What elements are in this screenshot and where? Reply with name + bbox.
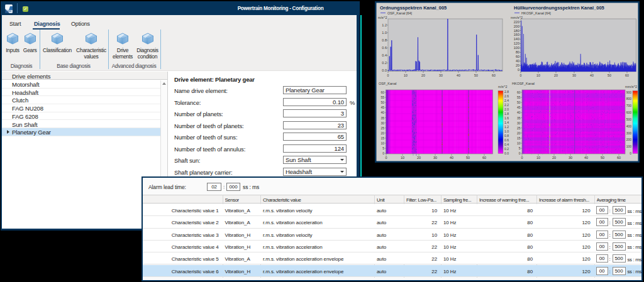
svg-text:1.2: 1.2 [504,125,509,129]
svg-text:OSF_Kanal: OSF_Kanal [379,82,396,85]
svg-text:300: 300 [626,131,632,135]
svg-text:100: 100 [626,144,632,148]
svg-text:40: 40 [590,73,594,77]
svg-text:2.6: 2.6 [504,94,509,98]
svg-text:55: 55 [517,95,521,99]
svg-text:0.6: 0.6 [504,138,509,142]
svg-text:10: 10 [517,141,521,145]
svg-text:900: 900 [626,90,632,94]
svg-text:m/s^2: m/s^2 [498,85,508,89]
svg-text:50: 50 [517,100,521,104]
svg-text:2.8: 2.8 [504,90,509,94]
svg-text:mm/s^2: mm/s^2 [625,85,637,89]
svg-text:0.8: 0.8 [504,134,509,138]
svg-text:60: 60 [625,73,629,77]
svg-text:10: 10 [401,156,404,160]
svg-text:OSF_Kanal [64]: OSF_Kanal [64] [387,11,413,15]
svg-text:80: 80 [516,50,519,54]
svg-text:20: 20 [517,131,521,135]
svg-text:5: 5 [519,146,521,150]
svg-text:0.4: 0.4 [504,143,509,146]
svg-text:45: 45 [517,106,521,109]
svg-text:0.6: 0.6 [382,46,387,50]
svg-text:2.0: 2.0 [504,107,509,111]
svg-text:0.0: 0.0 [504,151,509,155]
svg-text:50: 50 [474,73,478,77]
svg-text:0: 0 [630,151,631,155]
svg-text:20: 20 [554,73,558,77]
svg-text:200: 200 [514,24,519,28]
svg-text:30: 30 [433,156,437,160]
svg-text:30: 30 [439,73,443,77]
svg-text:2.4: 2.4 [504,99,509,102]
svg-text:60: 60 [492,73,496,77]
svg-text:0: 0 [518,68,519,72]
svg-text:60: 60 [617,156,621,160]
svg-text:20: 20 [516,63,519,67]
svg-text:60: 60 [482,156,486,160]
svg-text:40: 40 [516,59,519,63]
svg-text:0: 0 [521,156,523,160]
svg-text:2.2: 2.2 [504,103,509,107]
svg-text:1.2: 1.2 [382,23,387,27]
svg-text:Hüllkurvenordnungsspektren Kan: Hüllkurvenordnungsspektren Kanal_005 [514,5,604,11]
svg-text:100: 100 [514,46,519,50]
svg-text:10: 10 [536,156,540,160]
svg-text:700: 700 [626,104,632,107]
svg-text:HKOSF_Kanal: HKOSF_Kanal [512,82,535,85]
svg-text:140: 140 [514,37,519,41]
svg-text:220: 220 [514,20,519,24]
svg-text:40: 40 [450,156,453,160]
svg-text:1.0: 1.0 [504,129,509,133]
svg-text:160: 160 [514,33,519,36]
svg-text:25: 25 [380,126,384,130]
svg-text:600: 600 [626,111,632,114]
svg-text:50: 50 [601,156,604,160]
svg-text:50: 50 [608,73,611,77]
svg-text:0: 0 [387,73,389,77]
svg-text:15: 15 [517,136,521,140]
svg-text:0: 0 [382,151,384,155]
svg-text:55: 55 [380,95,384,99]
svg-text:500: 500 [626,117,632,121]
svg-text:30: 30 [517,121,521,125]
svg-text:40: 40 [517,111,521,114]
svg-text:25: 25 [517,126,521,130]
svg-text:400: 400 [626,124,632,128]
svg-text:Ordnungsspektren Kanal_005: Ordnungsspektren Kanal_005 [380,5,447,11]
svg-text:180: 180 [514,29,519,33]
svg-text:5: 5 [382,146,384,150]
svg-text:m/s^2: m/s^2 [378,16,387,19]
svg-text:40: 40 [380,111,384,114]
svg-text:15: 15 [380,136,384,140]
svg-text:0.4: 0.4 [382,53,387,57]
svg-text:35: 35 [380,116,384,120]
svg-text:20: 20 [380,131,384,135]
svg-text:40: 40 [457,73,460,77]
svg-text:0: 0 [385,156,387,160]
svg-text:20: 20 [552,156,556,160]
svg-text:20: 20 [417,156,421,160]
svg-text:1.6: 1.6 [504,116,509,120]
svg-text:60: 60 [517,90,521,94]
svg-text:30: 30 [572,73,576,77]
svg-text:1.8: 1.8 [504,112,509,116]
svg-text:20: 20 [421,73,425,77]
svg-text:50: 50 [380,100,384,104]
svg-text:0: 0 [519,151,521,155]
svg-text:800: 800 [626,97,632,100]
svg-text:HKOSF_Kanal [64]: HKOSF_Kanal [64] [521,11,551,15]
svg-text:60: 60 [516,55,519,58]
svg-text:30: 30 [569,156,572,160]
svg-text:10: 10 [380,141,384,145]
svg-text:10: 10 [404,73,408,77]
svg-text:60: 60 [380,90,384,94]
svg-text:50: 50 [466,156,470,160]
svg-text:0.2: 0.2 [382,61,387,65]
svg-text:35: 35 [517,116,521,120]
svg-text:0: 0 [520,73,522,77]
svg-text:200: 200 [626,138,632,141]
svg-text:40: 40 [584,156,588,160]
svg-text:0.0: 0.0 [382,68,387,72]
svg-text:120: 120 [514,41,519,45]
